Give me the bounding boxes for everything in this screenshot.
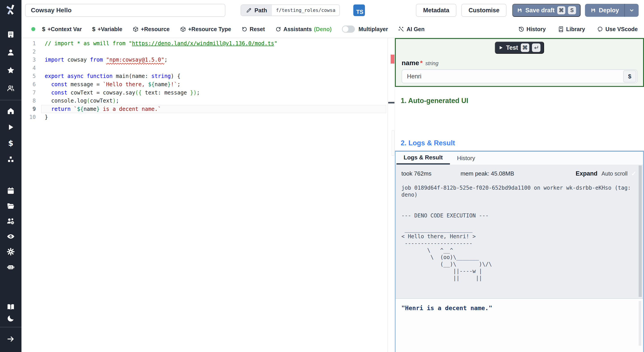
check-icon[interactable]: ✓ (631, 170, 636, 177)
sidebar-item-favorites[interactable] (0, 61, 22, 79)
editor-scrollbar-thumb[interactable] (392, 130, 394, 156)
refresh-icon (275, 26, 281, 32)
sidebar-item-schedules[interactable] (0, 183, 22, 198)
line-number: 2 (22, 48, 36, 56)
duration-label: took 762ms (402, 170, 431, 177)
multiplayer-label: Multiplayer (358, 26, 388, 33)
result-area: "Henri is a decent name." (396, 298, 643, 352)
assistants-button[interactable]: Assistants (Deno) (275, 26, 332, 33)
tab-logs-result[interactable]: Logs & Result (396, 152, 450, 164)
assistants-label: Assistants (284, 26, 312, 33)
add-context-var-button[interactable]: $ +Context Var (42, 26, 82, 33)
test-button[interactable]: Test ⌘ (495, 42, 544, 54)
sidebar-item-user[interactable] (0, 44, 22, 61)
code-line[interactable]: 5export async function main(name: string… (22, 72, 395, 80)
add-resource-type-button[interactable]: +Resource Type (180, 26, 231, 33)
code-editor[interactable]: 1// import * as wmill from "https://deno… (22, 38, 395, 352)
result-scrollbar[interactable] (639, 301, 641, 346)
auto-scroll-label[interactable]: Auto scroll (602, 170, 628, 177)
sidebar-item-workspace[interactable] (0, 26, 22, 44)
multiplayer-toggle[interactable] (342, 26, 355, 33)
mem-peak-label: mem peak: 45.08MB (460, 170, 514, 177)
result-text: "Henri is a decent name." (402, 304, 637, 311)
history-button[interactable]: History (518, 26, 546, 33)
user-icon (6, 48, 15, 57)
line-number: 6 (22, 80, 36, 89)
library-label: Library (566, 26, 585, 33)
ai-gen-button[interactable]: AI Gen (398, 26, 425, 33)
code-line[interactable]: 10} (22, 113, 395, 121)
home-icon (6, 107, 15, 115)
expand-button[interactable]: Expand (576, 170, 598, 177)
sidebar-item-docs[interactable] (0, 301, 22, 313)
code-line[interactable]: 4 (22, 64, 395, 72)
line-number: 1 (22, 39, 36, 48)
tab-history[interactable]: History (450, 152, 482, 164)
sidebar-item-folders[interactable] (0, 198, 22, 214)
logs-tabs: Logs & Result History (396, 152, 643, 164)
windmill-logo-icon[interactable] (5, 3, 17, 16)
code-line[interactable]: 1// import * as wmill from "https://deno… (22, 39, 395, 48)
sidebar-item-workers[interactable] (0, 259, 22, 275)
test-section: Test ⌘ name * string $ (395, 38, 644, 87)
sidebar-divider (0, 327, 22, 327)
save-icon (517, 8, 522, 13)
editor-ruler-line (388, 38, 388, 352)
dollar-icon: $ (92, 26, 95, 33)
code-line[interactable]: 7 const cowText = cowsay.say({ text: mes… (22, 89, 395, 97)
sidebar-item-runs[interactable] (0, 119, 22, 135)
library-button[interactable]: Library (558, 26, 585, 33)
package-icon (180, 26, 186, 32)
sidebar-item-resources[interactable] (0, 151, 22, 167)
add-resource-button[interactable]: +Resource (132, 26, 170, 33)
sidebar-item-theme-toggle[interactable] (0, 313, 22, 324)
line-number: 5 (22, 72, 36, 80)
code-line[interactable]: 9 return `${name} is a decent name.` (22, 105, 395, 113)
use-vscode-button[interactable]: Use VScode (597, 26, 638, 33)
save-icon (590, 8, 596, 13)
metadata-button[interactable]: Metadata (416, 4, 456, 17)
line-number: 7 (22, 89, 36, 97)
robot-icon (6, 263, 15, 271)
s-key-badge: S (568, 6, 576, 14)
insert-variable-button[interactable]: $ (623, 70, 636, 82)
line-number: 10 (22, 113, 36, 121)
path-button[interactable]: Path f/testing_roles/cowsa (240, 5, 340, 16)
users-gear-icon (6, 217, 15, 226)
cursor-overview-marker (388, 102, 394, 103)
code-line[interactable]: 3import cowsay from "npm:cowsay@1.5.0"; (22, 56, 395, 64)
preview-panel: Test ⌘ name * string $ (395, 38, 644, 352)
save-draft-button[interactable]: Save draft ⌘ S (512, 4, 580, 17)
deploy-dropdown-button[interactable] (625, 4, 639, 17)
test-label: Test (506, 44, 518, 51)
code-line[interactable]: 6 const message = `Hello there, ${name}!… (22, 80, 395, 89)
path-value[interactable]: f/testing_roles/cowsa (272, 5, 340, 16)
sidebar: $ (0, 0, 22, 352)
code-line[interactable]: 2 (22, 48, 395, 56)
sidebar-item-home[interactable] (0, 103, 22, 119)
sidebar-item-groups-admin[interactable] (0, 214, 22, 229)
star-icon (6, 66, 15, 75)
vscode-icon (597, 26, 603, 32)
reset-button[interactable]: Reset (242, 26, 265, 33)
sidebar-item-variables[interactable]: $ (0, 135, 22, 151)
log-scrollbar[interactable] (639, 165, 642, 297)
script-title-input[interactable] (25, 4, 226, 17)
path-label: Path (254, 7, 267, 14)
sidebar-item-settings[interactable] (0, 244, 22, 259)
add-variable-button[interactable]: $ +Variable (92, 26, 122, 33)
dollar-icon: $ (6, 139, 15, 147)
deploy-button[interactable]: Deploy (585, 4, 624, 17)
sidebar-item-groups[interactable] (0, 79, 22, 97)
code-line[interactable]: 8 console.log(cowText); (22, 97, 395, 105)
field-name-label: name (402, 59, 419, 67)
sidebar-expand-button[interactable] (0, 330, 22, 348)
folder-open-icon (6, 202, 15, 210)
package-icon (132, 26, 139, 32)
name-field-input[interactable] (402, 69, 637, 83)
save-draft-label: Save draft (525, 7, 554, 14)
sidebar-item-audit-logs[interactable] (0, 229, 22, 244)
deploy-label: Deploy (599, 7, 619, 14)
customise-button[interactable]: Customise (461, 4, 506, 17)
job-log-text: job 0189d64f-812b-525e-f020-652bd9da1100… (402, 185, 643, 282)
